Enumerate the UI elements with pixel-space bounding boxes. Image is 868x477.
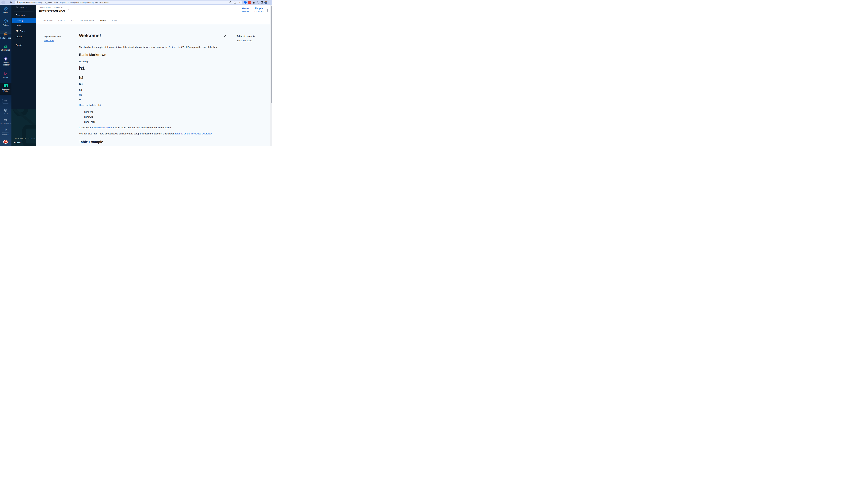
lifecycle-meta[interactable]: Lifecycle production (254, 7, 264, 13)
scrollbar-track[interactable] (270, 5, 272, 146)
back-button[interactable]: ← (1, 1, 5, 4)
dashboards-icon (4, 119, 7, 122)
sidebar-item-admin[interactable]: Admin (11, 42, 36, 48)
feature-flags-icon (4, 32, 8, 36)
demo-heading-h2: h2 (79, 76, 226, 80)
bulleted-list: Item one Item two Item Three (79, 110, 226, 123)
scrollbar-thumb[interactable] (271, 6, 272, 103)
demo-heading-h4: h4 (79, 88, 226, 91)
rail-item-chaos[interactable]: Chaos (0, 71, 11, 79)
lifecycle-label: Lifecycle (254, 7, 264, 9)
url-text: qa.harness.io/ng/account/px7xd_BFRCi-pfW… (20, 1, 229, 3)
module-switcher-button[interactable] (2, 99, 9, 103)
table-of-contents: Table of contents Basic Markdown (237, 35, 255, 42)
tab-docs[interactable]: Docs (97, 17, 109, 24)
markdown-guide-paragraph: Check out the Markdown Guide to learn mo… (79, 126, 226, 129)
docs-nav-title: my-new-service (44, 35, 61, 37)
list-item: Item one (84, 110, 226, 113)
tab-api[interactable]: API (67, 17, 77, 24)
lifecycle-value: production (254, 10, 264, 13)
tab-dependencies[interactable]: Dependencies (77, 17, 97, 24)
todo-extension-icon[interactable] (248, 1, 251, 4)
docs-content: my-new-service Welcome! Welcome! This is… (36, 24, 272, 146)
url-domain: qa.harness.io (20, 1, 31, 3)
owner-value[interactable]: team-a (242, 10, 249, 13)
reload-button[interactable]: ↻ (9, 1, 13, 4)
chaos-icon (4, 71, 8, 76)
lock-icon (16, 1, 19, 4)
sidebar-divider (14, 11, 33, 11)
svg-text:$: $ (5, 46, 6, 48)
basic-markdown-heading: Basic Markdown (79, 53, 226, 57)
rail-item-service-reliability[interactable]: Service Reliability (0, 57, 11, 66)
rail-item-projects[interactable]: Projects (0, 19, 11, 26)
page-title: my-new-service (39, 8, 65, 12)
address-bar[interactable]: qa.harness.io/ng/account/px7xd_BFRCi-pfW… (14, 1, 242, 4)
tab-todo[interactable]: Todo (109, 17, 119, 24)
rail-item-dashboards[interactable]: DASHBOARDS (0, 119, 11, 124)
brand-title: Portal (14, 141, 21, 144)
grid-icon (4, 100, 7, 102)
url-path: /ng/account/px7xd_BFRCi-pfWPYXVjvw/idp/c… (31, 1, 110, 3)
edit-docs-button[interactable] (224, 35, 226, 38)
headings-label: Headings: (79, 60, 226, 63)
rail-item-help[interactable]: ? HELP (0, 109, 11, 115)
owner-meta[interactable]: Owner team-a (242, 7, 249, 13)
playlist-icon[interactable] (256, 1, 259, 4)
entity-header: COMPONENT — SERVICE my-new-service ☆ Own… (36, 5, 272, 24)
browser-profile-avatar[interactable] (265, 1, 267, 4)
sidebar-item-api-docs[interactable]: API Docs (11, 29, 36, 34)
browser-toolbar: ← → ↻ qa.harness.io/ng/account/px7xd_BFR… (0, 0, 272, 5)
cloud-costs-icon: $ (3, 44, 8, 48)
bookmark-star-icon[interactable]: ☆ (238, 1, 240, 4)
markdown-guide-link[interactable]: Markdown Guide (94, 126, 112, 129)
module-rail: Home Projects Feature Flags $ Cloud Cost… (0, 5, 11, 146)
toc-item-basic-markdown[interactable]: Basic Markdown (237, 39, 255, 42)
search-input[interactable]: Search (16, 6, 27, 9)
forward-button[interactable]: → (5, 1, 9, 4)
sidebar-item-overview[interactable]: Overview (11, 13, 36, 18)
owner-label: Owner (242, 7, 249, 9)
rail-item-home[interactable]: Home (0, 6, 11, 14)
docs-nav: my-new-service Welcome! (44, 35, 61, 42)
projects-icon (3, 19, 8, 24)
user-avatar[interactable]: HM (3, 140, 8, 144)
search-icon (16, 6, 18, 8)
rail-item-feature-flags[interactable]: Feature Flags (0, 32, 11, 39)
techdocs-paragraph: You can also learn more about how to con… (79, 132, 226, 136)
list-item: Item two (84, 115, 226, 118)
techdocs-overview-link[interactable]: read up on the TechDocs Overview (175, 132, 212, 135)
password-manager-extension-icon[interactable] (244, 1, 247, 4)
main-panel: COMPONENT — SERVICE my-new-service ☆ Own… (36, 5, 272, 146)
browser-menu-icon[interactable] (269, 1, 271, 4)
svg-text:?: ? (5, 109, 6, 111)
entity-menu-icon[interactable] (267, 8, 269, 12)
sidebar-item-create[interactable]: Create (11, 34, 36, 39)
text: . (212, 132, 212, 135)
list-item: Item Three (84, 120, 226, 123)
favorite-star-icon[interactable]: ☆ (67, 9, 70, 12)
text: to learn more about how to simply create… (112, 126, 172, 129)
developer-portal-icon (3, 84, 8, 87)
gear-icon: ⚙ (4, 128, 7, 131)
table-example-intro: While this documentation isn't comprehen… (79, 146, 226, 146)
search-placeholder: Search (20, 6, 27, 9)
zoom-icon[interactable] (229, 1, 232, 4)
docs-nav-link-welcome[interactable]: Welcome! (44, 39, 54, 42)
rail-item-developer-portal[interactable]: Developer Portal (0, 84, 11, 92)
demo-heading-h6: h6 (79, 99, 226, 101)
sidebar-item-docs[interactable]: Docs (11, 23, 36, 28)
article-intro: This is a basic example of documentation… (79, 45, 226, 49)
sidebar-toggle-icon[interactable] (261, 1, 263, 3)
rail-item-cloud-costs[interactable]: $ Cloud Costs (0, 44, 11, 51)
pencil-icon (224, 35, 226, 37)
toc-title: Table of contents (237, 35, 255, 37)
rail-item-account-settings[interactable]: ⚙ ACCOUNT SETTINGS (0, 128, 11, 136)
tab-overview[interactable]: Overview (40, 17, 55, 24)
share-icon[interactable] (234, 1, 236, 4)
tab-cicd[interactable]: CI/CD (55, 17, 67, 24)
demo-heading-h5: H5 (79, 93, 226, 96)
sidebar-item-catalog[interactable]: Catalog (12, 18, 36, 23)
extensions-puzzle-icon[interactable] (252, 1, 255, 4)
entity-kind-eyebrow: COMPONENT — SERVICE (39, 7, 63, 8)
